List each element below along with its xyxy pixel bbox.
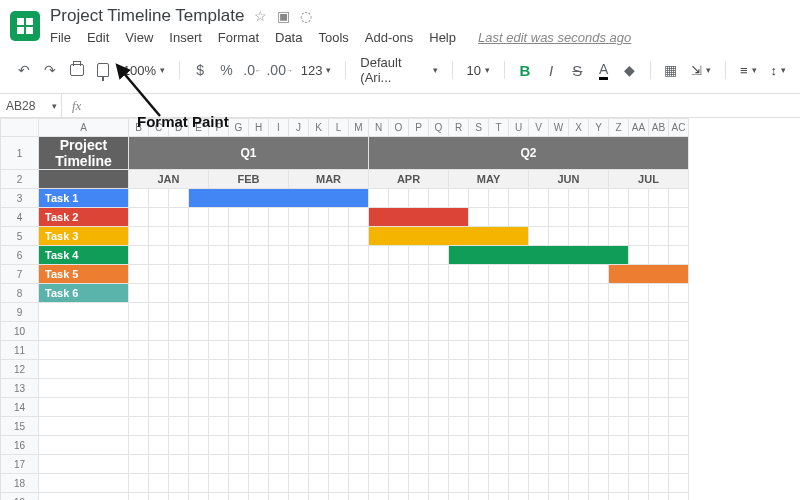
row-header[interactable]: 13 <box>1 379 39 398</box>
col-header[interactable]: J <box>289 119 309 137</box>
formula-bar: AB28▾ fx <box>0 94 800 118</box>
row-header[interactable]: 6 <box>1 246 39 265</box>
increase-decimal-icon[interactable]: .00→ <box>269 59 291 81</box>
cloud-icon[interactable]: ◌ <box>300 8 312 24</box>
row-header[interactable]: 15 <box>1 417 39 436</box>
row-header[interactable]: 17 <box>1 455 39 474</box>
col-header[interactable]: AC <box>669 119 689 137</box>
row-header[interactable]: 7 <box>1 265 39 284</box>
col-header[interactable]: Q <box>429 119 449 137</box>
col-header[interactable]: Y <box>589 119 609 137</box>
col-header[interactable]: V <box>529 119 549 137</box>
v-align-icon[interactable]: ↕▾ <box>767 61 791 80</box>
strikethrough-button[interactable]: S <box>567 59 587 81</box>
number-format-select[interactable]: 123▾ <box>297 61 336 80</box>
col-header[interactable]: I <box>269 119 289 137</box>
redo-icon[interactable]: ↷ <box>40 59 60 81</box>
col-header[interactable]: N <box>369 119 389 137</box>
decrease-decimal-icon[interactable]: .0← <box>242 59 262 81</box>
italic-button[interactable]: I <box>541 59 561 81</box>
undo-icon[interactable]: ↶ <box>14 59 34 81</box>
row-header[interactable]: 16 <box>1 436 39 455</box>
h-align-icon[interactable]: ≡▾ <box>736 61 761 80</box>
font-select[interactable]: Default (Ari...▾ <box>356 53 441 87</box>
col-header[interactable]: A <box>39 119 129 137</box>
percent-icon[interactable]: % <box>216 59 236 81</box>
col-header[interactable]: G <box>229 119 249 137</box>
menu-edit[interactable]: Edit <box>87 30 109 45</box>
gantt-bar-segment <box>609 246 629 265</box>
menu-tools[interactable]: Tools <box>318 30 348 45</box>
menubar: File Edit View Insert Format Data Tools … <box>50 26 631 45</box>
row-header[interactable]: 3 <box>1 189 39 208</box>
row-header[interactable]: 10 <box>1 322 39 341</box>
currency-icon[interactable]: $ <box>190 59 210 81</box>
doc-title[interactable]: Project Timeline Template <box>50 6 244 26</box>
star-icon[interactable]: ☆ <box>254 8 267 24</box>
gantt-bar-segment <box>649 265 669 284</box>
col-header[interactable]: O <box>389 119 409 137</box>
gantt-bar-segment <box>289 189 309 208</box>
menu-insert[interactable]: Insert <box>169 30 202 45</box>
gantt-bar-segment <box>349 189 369 208</box>
col-header[interactable]: AA <box>629 119 649 137</box>
bold-button[interactable]: B <box>515 59 535 81</box>
menu-addons[interactable]: Add-ons <box>365 30 413 45</box>
gantt-bar-segment <box>249 189 269 208</box>
row-header[interactable]: 5 <box>1 227 39 246</box>
gantt-bar-segment <box>369 227 389 246</box>
col-header[interactable]: S <box>469 119 489 137</box>
col-header[interactable]: K <box>309 119 329 137</box>
row-header[interactable]: 11 <box>1 341 39 360</box>
fill-color-icon[interactable]: ◆ <box>620 59 640 81</box>
col-header[interactable]: AB <box>649 119 669 137</box>
font-size-select[interactable]: 10▾ <box>462 61 493 80</box>
col-header[interactable]: T <box>489 119 509 137</box>
move-icon[interactable]: ▣ <box>277 8 290 24</box>
col-header[interactable]: L <box>329 119 349 137</box>
gantt-bar-segment <box>569 246 589 265</box>
paint-format-icon[interactable] <box>93 59 113 81</box>
gantt-bar-segment <box>189 189 209 208</box>
zoom-select[interactable]: 100%▾ <box>119 61 169 80</box>
col-header[interactable]: Z <box>609 119 629 137</box>
merge-cells-icon[interactable]: ⇲▾ <box>687 61 715 80</box>
last-edit-link[interactable]: Last edit was seconds ago <box>478 30 631 45</box>
gantt-bar-segment <box>609 265 629 284</box>
task-label: Task 3 <box>39 227 129 246</box>
row-header[interactable]: 8 <box>1 284 39 303</box>
row-header[interactable]: 18 <box>1 474 39 493</box>
month-header: JAN <box>129 170 209 189</box>
print-icon[interactable] <box>66 59 86 81</box>
row-header[interactable]: 19 <box>1 493 39 501</box>
gantt-bar-segment <box>409 208 429 227</box>
gantt-bar-segment <box>549 246 569 265</box>
row-header[interactable]: 12 <box>1 360 39 379</box>
col-header[interactable]: P <box>409 119 429 137</box>
gantt-bar-segment <box>509 246 529 265</box>
row-header[interactable]: 9 <box>1 303 39 322</box>
gantt-bar-segment <box>429 227 449 246</box>
gantt-bar-segment <box>469 246 489 265</box>
gantt-bar-segment <box>389 227 409 246</box>
row-header[interactable]: 1 <box>1 137 39 170</box>
text-color-icon[interactable]: A <box>593 59 613 81</box>
menu-view[interactable]: View <box>125 30 153 45</box>
name-box[interactable]: AB28▾ <box>0 94 62 117</box>
col-header[interactable]: R <box>449 119 469 137</box>
menu-format[interactable]: Format <box>218 30 259 45</box>
row-header[interactable]: 4 <box>1 208 39 227</box>
menu-help[interactable]: Help <box>429 30 456 45</box>
spreadsheet-grid[interactable]: ABCDEFGHIJKLMNOPQRSTUVWXYZAAABAC1Project… <box>0 118 800 500</box>
menu-data[interactable]: Data <box>275 30 302 45</box>
borders-icon[interactable]: ▦ <box>661 59 681 81</box>
gantt-bar-segment <box>309 189 329 208</box>
col-header[interactable]: X <box>569 119 589 137</box>
row-header[interactable]: 14 <box>1 398 39 417</box>
col-header[interactable]: M <box>349 119 369 137</box>
col-header[interactable]: H <box>249 119 269 137</box>
col-header[interactable]: W <box>549 119 569 137</box>
menu-file[interactable]: File <box>50 30 71 45</box>
row-header[interactable]: 2 <box>1 170 39 189</box>
col-header[interactable]: U <box>509 119 529 137</box>
